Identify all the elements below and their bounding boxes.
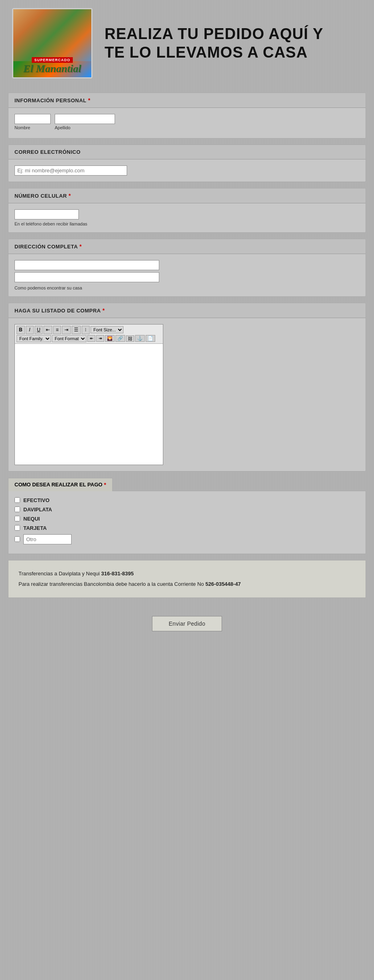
rich-text-editor: B I U ⇤ ≡ ⇥ ☰ ⁝ Font Size... Font Family…	[14, 324, 163, 465]
toolbar-row-1: B I U ⇤ ≡ ⇥ ☰ ⁝ Font Size...	[16, 326, 161, 334]
apellido-label: Apellido	[55, 125, 115, 130]
efectivo-label[interactable]: EFECTIVO	[23, 497, 49, 503]
otro-input[interactable]	[23, 534, 72, 544]
font-size-select[interactable]: Font Size...	[90, 326, 123, 333]
address-inputs: Como podemos encontrar su casa	[14, 260, 360, 290]
email-input[interactable]	[14, 165, 127, 176]
page-title: REALIZA TU PEDIDO AQUÍ Y TE LO LLEVAMOS …	[105, 25, 362, 62]
payment-option-daviplata: DAVIPLATA	[14, 507, 360, 513]
efectivo-checkbox[interactable]	[14, 497, 20, 503]
code-button[interactable]: 📄	[146, 335, 155, 342]
email-section: CORREO ELECTRÓNICO	[8, 145, 366, 182]
submit-area: Enviar Pedido	[0, 604, 374, 643]
address-line2-input[interactable]	[14, 272, 159, 282]
personal-info-body: Nombre Apellido	[8, 108, 366, 138]
nombre-field-group: Nombre	[14, 114, 51, 130]
toolbar-row-2: Font Family. Font Format ↞ ↠ 🌄 🔗 ⛓ ⚓ 📄	[16, 335, 161, 342]
submit-button[interactable]: Enviar Pedido	[152, 616, 222, 631]
payment-tab: COMO DESEA REALIZAR EL PAGO *	[8, 478, 113, 491]
shopping-list-header: HAGA SU LISTADO DE COMPRA *	[8, 303, 366, 318]
editor-content-area[interactable]	[15, 344, 163, 465]
address-header: DIRECCIÓN COMPLETA *	[8, 239, 366, 254]
align-right-button[interactable]: ⇥	[62, 326, 71, 334]
unlink-button[interactable]: ⛓	[126, 335, 134, 342]
align-left-button[interactable]: ⇤	[43, 326, 52, 334]
phone-body: En el teléfono deben recibir llamadas	[8, 203, 366, 232]
indent-button[interactable]: ↠	[96, 335, 104, 342]
payment-option-efectivo: EFECTIVO	[14, 497, 360, 503]
anchor-button[interactable]: ⚓	[135, 335, 145, 342]
align-center-button[interactable]: ≡	[53, 326, 61, 334]
required-indicator: *	[69, 192, 71, 199]
phone-header: NÚMERO CELULAR *	[8, 188, 366, 203]
name-row: Nombre Apellido	[14, 114, 360, 130]
payment-option-nequi: NEQUI	[14, 516, 360, 522]
payment-options: EFECTIVO DAVIPLATA NEQUI TARJETA	[8, 491, 366, 554]
daviplata-label[interactable]: DAVIPLATA	[23, 507, 52, 513]
apellido-input[interactable]	[55, 114, 115, 124]
font-family-select[interactable]: Font Family.	[16, 335, 51, 342]
payment-option-tarjeta: TARJETA	[14, 525, 360, 531]
link-button[interactable]: 🔗	[115, 335, 125, 342]
logo-badge: SUPERMERCADO	[32, 57, 73, 63]
payment-option-otro	[14, 534, 360, 544]
payment-wrapper: COMO DESEA REALIZAR EL PAGO *	[8, 478, 366, 491]
address-section: DIRECCIÓN COMPLETA * Como podemos encont…	[8, 239, 366, 297]
nombre-label: Nombre	[14, 125, 51, 130]
address-body: Como podemos encontrar su casa	[8, 254, 366, 296]
list-button[interactable]: ⁝	[82, 326, 90, 334]
email-body	[8, 159, 366, 182]
transfer-line2: Para realizar transferencias Bancolombia…	[18, 579, 356, 589]
logo-background	[13, 9, 91, 61]
logo-name: El Manantial	[23, 64, 81, 74]
personal-info-header: INFORMACIÓN PERSONAL *	[8, 93, 366, 108]
italic-button[interactable]: I	[26, 326, 34, 334]
transfer-line1: Transferencias a Daviplata y Nequi 316-8…	[18, 569, 356, 579]
editor-toolbar: B I U ⇤ ≡ ⇥ ☰ ⁝ Font Size... Font Family…	[15, 325, 163, 344]
daviplata-checkbox[interactable]	[14, 507, 20, 512]
outdent-button[interactable]: ↞	[87, 335, 95, 342]
image-button[interactable]: 🌄	[105, 335, 115, 342]
transfer-info: Transferencias a Daviplata y Nequi 316-8…	[8, 560, 366, 598]
required-indicator: *	[88, 97, 90, 103]
nombre-input[interactable]	[14, 114, 51, 124]
phone-section: NÚMERO CELULAR * En el teléfono deben re…	[8, 188, 366, 233]
justify-button[interactable]: ☰	[72, 326, 81, 334]
phone-input[interactable]	[14, 209, 79, 219]
bold-button[interactable]: B	[16, 326, 25, 334]
page-header: SUPERMERCADO El Manantial REALIZA TU PED…	[0, 0, 374, 87]
shopping-list-section: HAGA SU LISTADO DE COMPRA * B I U ⇤ ≡ ⇥ …	[8, 303, 366, 471]
phone-hint: En el teléfono deben recibir llamadas	[14, 221, 360, 226]
font-format-select[interactable]: Font Format	[52, 335, 86, 342]
underline-button[interactable]: U	[35, 326, 43, 334]
nequi-label[interactable]: NEQUI	[23, 516, 40, 522]
address-hint: Como podemos encontrar su casa	[14, 285, 360, 290]
tarjeta-checkbox[interactable]	[14, 525, 20, 531]
nequi-checkbox[interactable]	[14, 516, 20, 521]
email-header: CORREO ELECTRÓNICO	[8, 145, 366, 159]
logo: SUPERMERCADO El Manantial	[12, 8, 92, 79]
address-line1-input[interactable]	[14, 260, 159, 270]
tarjeta-label[interactable]: TARJETA	[23, 525, 47, 531]
required-indicator: *	[80, 243, 82, 250]
otro-checkbox[interactable]	[14, 536, 20, 542]
personal-info-section: INFORMACIÓN PERSONAL * Nombre Apellido	[8, 93, 366, 139]
shopping-list-body: B I U ⇤ ≡ ⇥ ☰ ⁝ Font Size... Font Family…	[8, 318, 366, 471]
required-indicator: *	[103, 307, 105, 314]
required-indicator: *	[104, 482, 106, 488]
apellido-field-group: Apellido	[55, 114, 115, 130]
